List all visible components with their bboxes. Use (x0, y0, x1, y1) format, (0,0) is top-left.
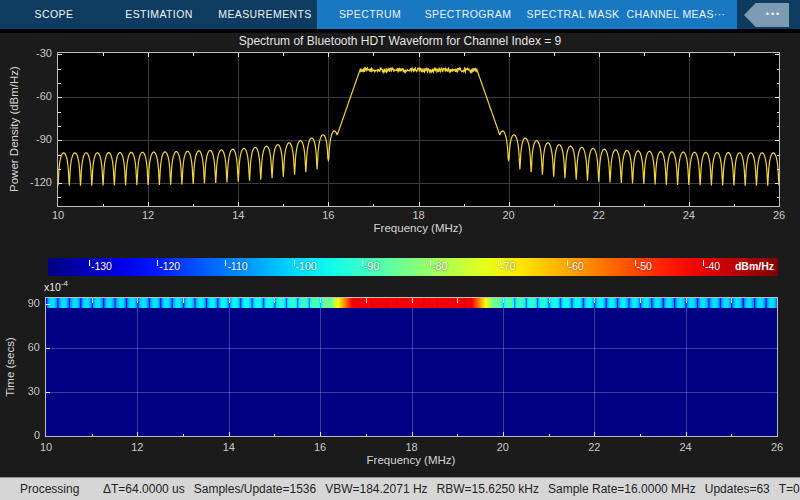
spectrum-x-tick-label: 12 (135, 209, 161, 221)
axis-tick (183, 434, 184, 437)
axis-tick (503, 432, 504, 436)
spectrum-plot-area[interactable] (57, 52, 780, 207)
spectrum-x-tick-label: 22 (586, 209, 612, 221)
spectrum-x-tick-label: 18 (406, 209, 432, 221)
spectrogram-x-tick-label: 16 (307, 441, 333, 453)
spectrum-x-tick-label: 10 (45, 209, 71, 221)
axis-tick (549, 298, 550, 303)
axis-tick (686, 298, 687, 303)
toolstrip-tab-bar: SCOPEESTIMATIONMEASUREMENTSSPECTRUMSPECT… (0, 0, 800, 29)
axis-tick (594, 432, 595, 436)
toolstrip-overflow-button[interactable]: ••• (744, 3, 789, 27)
colorbar-tick (362, 260, 363, 266)
axis-tick (366, 434, 367, 437)
status-metric: T=0.0060480 (779, 482, 800, 496)
spectrogram-axis-multiplier: x10-4 (44, 279, 68, 293)
spectrum-analyzer-window: SCOPEESTIMATIONMEASUREMENTSSPECTRUMSPECT… (0, 0, 800, 500)
axis-tick (640, 434, 641, 437)
spectrogram-x-tick-label: 24 (673, 441, 699, 453)
spectrum-x-tick-label: 26 (766, 209, 792, 221)
power-density-trace (58, 68, 779, 186)
tab-measurements[interactable]: MEASUREMENTS (218, 0, 311, 29)
spectrogram-plot-area[interactable] (45, 297, 778, 437)
colorbar-unit-label: dBm/Hz (735, 260, 774, 272)
axis-tick (46, 304, 50, 305)
axis-tick (137, 432, 138, 436)
tab-spectral-mask[interactable]: SPECTRAL MASK (527, 0, 620, 29)
tab-bar-divider (0, 29, 800, 33)
axis-tick (457, 298, 458, 303)
colorbar-tick-label: -80 (432, 260, 447, 272)
spectrum-y-tick-label: -120 (20, 176, 52, 188)
tab-spectrum[interactable]: SPECTRUM (339, 0, 401, 29)
colorbar-tick (157, 260, 158, 266)
axis-tick (412, 298, 413, 303)
axis-tick (320, 298, 321, 303)
axis-tick (366, 298, 367, 303)
status-metric: Updates=63 (705, 482, 770, 496)
status-metric: VBW=184.2071 Hz (325, 482, 427, 496)
spectrum-y-tick-label: -30 (20, 47, 52, 59)
spectrogram-x-tick-label: 14 (216, 441, 242, 453)
spectrogram-x-axis-label: Frequency (MHz) (367, 454, 456, 466)
gridline-vertical (229, 298, 230, 436)
axis-tick (686, 432, 687, 436)
gridline-vertical (594, 298, 595, 436)
spectrum-x-tick-label: 24 (676, 209, 702, 221)
gridline-horizontal (46, 348, 777, 349)
axis-tick (457, 434, 458, 437)
colorbar-tick-label: -70 (500, 260, 515, 272)
gridline-vertical (686, 298, 687, 436)
tab-spectrogram[interactable]: SPECTROGRAM (425, 0, 512, 29)
status-metrics: ΔT=64.0000 usSamples/Update=1536VBW=184.… (103, 482, 800, 496)
tab-scope[interactable]: SCOPE (35, 0, 74, 29)
axis-tick (46, 348, 50, 349)
colorbar-tick (567, 260, 568, 266)
spectrogram-x-tick-label: 26 (764, 441, 790, 453)
status-metric: Samples/Update=1536 (194, 482, 316, 496)
colorbar-tick-label: -40 (705, 260, 720, 272)
more-options-icon: ••• (758, 3, 789, 27)
spectrum-x-tick-label: 14 (225, 209, 251, 221)
tab-estimation[interactable]: ESTIMATION (125, 0, 192, 29)
axis-tick (640, 298, 641, 303)
spectrum-trace (58, 53, 779, 206)
spectrogram-x-tick-label: 10 (33, 441, 59, 453)
colorbar-tick-label: -50 (637, 260, 652, 272)
spectrogram-y-tick-label: 90 (8, 297, 40, 309)
axis-tick (731, 298, 732, 303)
spectrogram-x-tick-label: 22 (581, 441, 607, 453)
colorbar-tick (635, 260, 636, 266)
colorbar-tick-label: -130 (91, 260, 112, 272)
spectrogram-x-tick-label: 20 (490, 441, 516, 453)
spectrum-y-tick-label: -60 (20, 90, 52, 102)
status-metric: Sample Rate=16.0000 MHz (548, 482, 696, 496)
status-bar: Processing ΔT=64.0000 usSamples/Update=1… (0, 477, 800, 500)
spectrum-plot-title: Spectrum of Bluetooth HDT Waveform for C… (0, 34, 800, 48)
axis-tick (92, 298, 93, 303)
axis-tick (412, 432, 413, 436)
tab-channel-meas-[interactable]: CHANNEL MEAS··· (627, 0, 726, 29)
gridline-vertical (137, 298, 138, 436)
spectrogram-x-tick-label: 12 (124, 441, 150, 453)
spectrogram-y-tick-label: 0 (8, 429, 40, 441)
axis-tick (229, 432, 230, 436)
colorbar-tick-label: -60 (569, 260, 584, 272)
axis-tick (46, 392, 50, 393)
axis-tick (92, 434, 93, 437)
spectrogram-y-tick-label: 60 (8, 341, 40, 353)
gridline-vertical (503, 298, 504, 436)
colorbar-tick-label: -110 (227, 260, 247, 272)
gridline-vertical (320, 298, 321, 436)
axis-tick (229, 298, 230, 303)
colorbar-tick-label: -120 (159, 260, 180, 272)
axis-tick (549, 434, 550, 437)
spectrum-x-tick-label: 16 (315, 209, 341, 221)
axis-tick (503, 298, 504, 303)
colorbar-tick (703, 260, 704, 266)
axis-tick (731, 434, 732, 437)
spectrum-x-tick-label: 20 (496, 209, 522, 221)
status-state: Processing (20, 482, 79, 496)
status-metric: ΔT=64.0000 us (103, 482, 185, 496)
spectrogram-x-tick-label: 18 (399, 441, 425, 453)
